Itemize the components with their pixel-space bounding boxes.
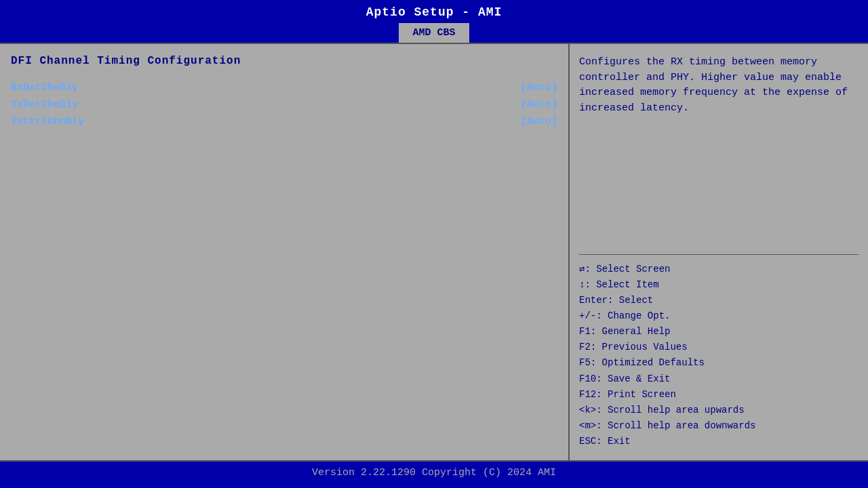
tab-amd-cbs[interactable]: AMD CBS xyxy=(399,23,469,43)
key-binding-5: F2: Previous Values xyxy=(579,340,859,355)
key-binding-0: ⇄: Select Screen xyxy=(579,262,859,277)
key-binding-6: F5: Optimized Defaults xyxy=(579,355,859,371)
main-content: DFI Channel Timing Configuration RxDatCh… xyxy=(0,43,868,462)
left-panel: DFI Channel Timing Configuration RxDatCh… xyxy=(0,44,570,460)
config-item-txdat[interactable]: TxDatChnDly [Auto] xyxy=(11,98,557,112)
app-title: Aptio Setup - AMI xyxy=(366,5,502,19)
action-3: Change Opt. xyxy=(608,310,670,321)
config-label-rxdat: RxDatChnDly xyxy=(11,82,78,94)
action-4: General Help xyxy=(602,326,671,337)
config-item-txctrl[interactable]: TxCtrlChnDly [Auto] xyxy=(11,115,557,129)
right-panel: Configures the RX timing between memory … xyxy=(570,44,868,460)
action-0: Select Screen xyxy=(596,264,670,274)
key-10: <m>: xyxy=(579,420,608,431)
key-binding-3: +/-: Change Opt. xyxy=(579,308,859,324)
key-1: ↕: xyxy=(579,279,596,290)
action-10: Scroll help area downwards xyxy=(608,420,755,431)
divider xyxy=(579,254,859,255)
key-binding-9: <k>: Scroll help area upwards xyxy=(579,403,859,418)
action-2: Select xyxy=(619,295,653,306)
help-text: Configures the RX timing between memory … xyxy=(579,55,859,242)
section-title: DFI Channel Timing Configuration xyxy=(11,55,557,67)
key-binding-10: <m>: Scroll help area downwards xyxy=(579,418,859,434)
action-11: Exit xyxy=(608,436,631,447)
action-8: Print Screen xyxy=(608,389,676,400)
key-9: <k>: xyxy=(579,405,608,415)
key-6: F5: xyxy=(579,357,602,368)
title-bar: Aptio Setup - AMI xyxy=(0,0,868,22)
key-11: ESC: xyxy=(579,436,608,447)
key-3: +/-: xyxy=(579,310,608,321)
key-binding-7: F10: Save & Exit xyxy=(579,371,859,387)
config-value-txctrl: [Auto] xyxy=(521,116,557,127)
action-9: Scroll help area upwards xyxy=(608,405,745,415)
action-5: Previous Values xyxy=(602,342,688,352)
footer: Version 2.22.1290 Copyright (C) 2024 AMI xyxy=(0,462,868,486)
config-label-txdat: TxDatChnDly xyxy=(11,99,78,110)
action-6: Optimized Defaults xyxy=(602,357,705,368)
config-label-txctrl: TxCtrlChnDly xyxy=(11,116,84,127)
key-7: F10: xyxy=(579,373,608,384)
key-2: Enter: xyxy=(579,295,619,306)
tab-bar: AMD CBS xyxy=(0,22,868,43)
key-8: F12: xyxy=(579,389,608,400)
key-0: ⇄: xyxy=(579,264,596,274)
action-1: Select Item xyxy=(596,279,658,290)
key-5: F2: xyxy=(579,342,602,352)
key-binding-2: Enter: Select xyxy=(579,293,859,308)
key-4: F1: xyxy=(579,326,602,337)
key-binding-1: ↕: Select Item xyxy=(579,277,859,293)
footer-text: Version 2.22.1290 Copyright (C) 2024 AMI xyxy=(312,467,556,479)
key-binding-11: ESC: Exit xyxy=(579,434,859,449)
key-binding-8: F12: Print Screen xyxy=(579,387,859,403)
key-help: ⇄: Select Screen ↕: Select Item Enter: S… xyxy=(579,262,859,449)
config-value-rxdat: [Auto] xyxy=(521,82,557,94)
action-7: Save & Exit xyxy=(608,373,670,384)
config-item-rxdat[interactable]: RxDatChnDly [Auto] xyxy=(11,81,557,95)
config-value-txdat: [Auto] xyxy=(521,99,557,110)
key-binding-4: F1: General Help xyxy=(579,324,859,340)
